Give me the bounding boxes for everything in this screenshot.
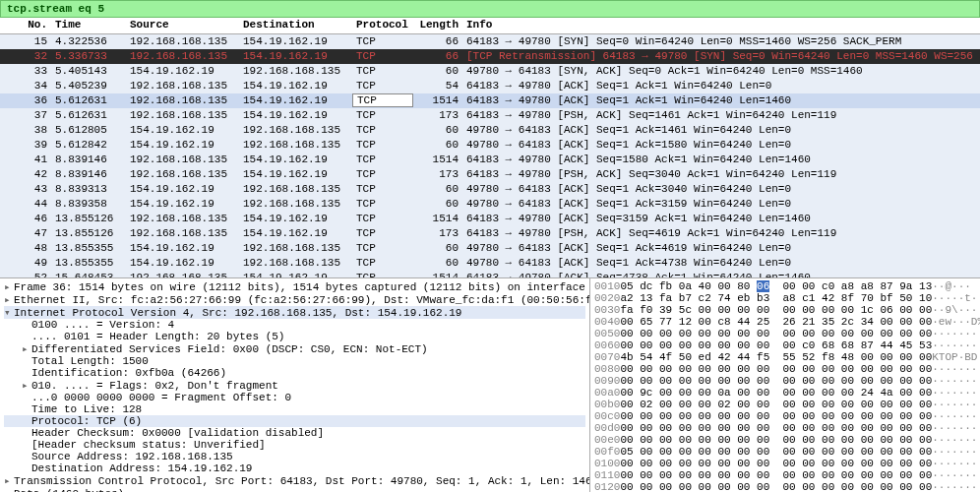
hex-offset: 0110 <box>594 469 620 481</box>
packet-row[interactable]: 345.405239192.168.168.135154.19.162.19TC… <box>0 79 980 93</box>
hex-row[interactable]: 00d000 00 00 00 00 00 00 00 00 00 00 00 … <box>594 422 976 434</box>
hex-row[interactable]: 00b000 02 00 00 00 02 00 00 00 00 00 00 … <box>594 399 976 410</box>
packet-row[interactable]: 325.336733192.168.168.135154.19.162.19TC… <box>0 49 980 64</box>
packet-row[interactable]: 335.405143154.19.162.19192.168.168.135TC… <box>0 64 980 79</box>
packet-row[interactable]: 385.612805154.19.162.19192.168.168.135TC… <box>0 123 980 138</box>
packet-row[interactable]: 438.839313154.19.162.19192.168.168.135TC… <box>0 182 980 197</box>
col-header-len[interactable]: Length <box>413 18 462 33</box>
hex-ascii: ········ ········ <box>932 434 980 446</box>
hex-row[interactable]: 009000 00 00 00 00 00 00 00 00 00 00 00 … <box>594 375 976 387</box>
packet-list-pane[interactable]: No. Time Source Destination Protocol Len… <box>0 18 980 278</box>
cell-src: 192.168.168.135 <box>126 108 239 123</box>
hex-row[interactable]: 00c000 00 00 00 00 00 00 00 00 00 00 00 … <box>594 410 976 422</box>
tree-toggle-icon[interactable]: ▸ <box>4 474 14 487</box>
detail-line[interactable]: ▸Frame 36: 1514 bytes on wire (12112 bit… <box>4 280 585 293</box>
col-header-time[interactable]: Time <box>51 18 126 33</box>
detail-line[interactable]: 0100 .... = Version: 4 <box>4 319 585 331</box>
tree-toggle-icon[interactable]: ▸ <box>4 293 14 306</box>
hex-ascii: ········ ········ <box>932 481 980 492</box>
cell-no: 49 <box>0 256 51 271</box>
packet-bytes-pane[interactable]: 001005 dc fb 0a 40 00 80 06 00 00 c0 a8 … <box>590 278 980 492</box>
col-header-no[interactable]: No. <box>0 18 51 33</box>
packet-row[interactable]: 418.839146192.168.168.135154.19.162.19TC… <box>0 153 980 167</box>
packet-row[interactable]: 448.839358154.19.162.19192.168.168.135TC… <box>0 197 980 212</box>
hex-row[interactable]: 00f005 00 00 00 00 00 00 00 00 00 00 00 … <box>594 446 976 458</box>
packet-row[interactable]: 365.612631192.168.168.135154.19.162.19TC… <box>0 93 980 108</box>
detail-line[interactable]: Time to Live: 128 <box>4 403 585 415</box>
detail-text: Internet Protocol Version 4, Src: 192.16… <box>14 307 461 319</box>
hex-bytes: 05 dc fb 0a 40 00 80 06 00 00 c0 a8 a8 8… <box>620 280 932 292</box>
cell-proto: TCP <box>352 212 413 226</box>
packet-row[interactable]: 5215.648453192.168.168.135154.19.162.19T… <box>0 271 980 277</box>
packet-row[interactable]: 4713.855126192.168.168.135154.19.162.19T… <box>0 226 980 241</box>
detail-line[interactable]: Source Address: 192.168.168.135 <box>4 451 585 462</box>
cell-time: 8.839146 <box>51 153 126 167</box>
hex-ascii: ········ ········ <box>932 410 980 422</box>
hex-offset: 0060 <box>594 339 620 351</box>
detail-line[interactable]: [Header checksum status: Unverified] <box>4 439 585 451</box>
detail-line[interactable]: Destination Address: 154.19.162.19 <box>4 462 585 474</box>
hex-row[interactable]: 00704b 54 4f 50 ed 42 44 f5 55 52 f8 48 … <box>594 351 976 363</box>
cell-time: 4.322536 <box>51 34 126 49</box>
cell-len: 54 <box>413 79 462 93</box>
display-filter-bar[interactable]: tcp.stream eq 5 <box>0 0 980 18</box>
hex-ascii: ········ ··hh·DES <box>932 339 980 351</box>
hex-row[interactable]: 005000 00 00 00 00 00 00 00 00 00 00 00 … <box>594 328 976 339</box>
detail-line[interactable]: ▸Differentiated Services Field: 0x00 (DS… <box>4 342 585 355</box>
hex-row[interactable]: 00a000 9c 00 00 00 0a 00 00 00 00 00 00 … <box>594 387 976 399</box>
packet-row[interactable]: 375.612631192.168.168.135154.19.162.19TC… <box>0 108 980 123</box>
detail-line[interactable]: ▸010. .... = Flags: 0x2, Don't fragment <box>4 379 585 392</box>
packet-row[interactable]: 4913.855355154.19.162.19192.168.168.135T… <box>0 256 980 271</box>
detail-line[interactable]: ▾Internet Protocol Version 4, Src: 192.1… <box>4 306 585 319</box>
col-header-src[interactable]: Source <box>126 18 239 33</box>
packet-details-pane[interactable]: ▸Frame 36: 1514 bytes on wire (12112 bit… <box>0 278 590 492</box>
tree-toggle-icon[interactable]: ▸ <box>4 280 14 293</box>
hex-ascii: ········ ········ <box>932 375 980 387</box>
packet-row[interactable]: 4613.855126192.168.168.135154.19.162.19T… <box>0 212 980 226</box>
packet-row[interactable]: 4813.855355154.19.162.19192.168.168.135T… <box>0 241 980 256</box>
packet-list-header[interactable]: No. Time Source Destination Protocol Len… <box>0 18 980 34</box>
tree-toggle-icon[interactable]: ▸ <box>22 379 31 392</box>
packet-row[interactable]: 428.839146192.168.168.135154.19.162.19TC… <box>0 167 980 182</box>
cell-no: 48 <box>0 241 51 256</box>
cell-no: 44 <box>0 197 51 212</box>
detail-text: 010. .... = Flags: 0x2, Don't fragment <box>31 380 278 392</box>
cell-proto: TCP <box>352 226 413 241</box>
hex-row[interactable]: 006000 00 00 00 00 00 00 00 00 c0 68 68 … <box>594 339 976 351</box>
hex-bytes: 4b 54 4f 50 ed 42 44 f5 55 52 f8 48 00 0… <box>620 351 932 363</box>
detail-line[interactable]: Protocol: TCP (6) <box>4 415 585 427</box>
detail-line[interactable]: Total Length: 1500 <box>4 355 585 367</box>
hex-row[interactable]: 010000 00 00 00 00 00 00 00 00 00 00 00 … <box>594 458 976 469</box>
cell-src: 192.168.168.135 <box>126 49 239 64</box>
hex-ascii: ········ ········ <box>932 399 980 410</box>
tree-toggle-icon[interactable]: ▸ <box>22 342 31 355</box>
hex-bytes: 00 00 00 00 00 00 00 00 00 00 00 00 00 0… <box>620 375 932 387</box>
hex-row[interactable]: 001005 dc fb 0a 40 00 80 06 00 00 c0 a8 … <box>594 280 976 292</box>
hex-row[interactable]: 0020a2 13 fa b7 c2 74 eb b3 a8 c1 42 8f … <box>594 292 976 304</box>
col-header-dst[interactable]: Destination <box>239 18 352 33</box>
packet-row[interactable]: 395.612842154.19.162.19192.168.168.135TC… <box>0 138 980 153</box>
hex-row[interactable]: 008000 00 00 00 00 00 00 00 00 00 00 00 … <box>594 363 976 375</box>
col-header-proto[interactable]: Protocol <box>352 18 413 33</box>
tree-toggle-icon[interactable]: ▾ <box>4 487 14 492</box>
col-header-info[interactable]: Info <box>462 18 980 33</box>
cell-len: 173 <box>413 167 462 182</box>
packet-row[interactable]: 154.322536192.168.168.135154.19.162.19TC… <box>0 34 980 49</box>
hex-row[interactable]: 0030fa f0 39 5c 00 00 00 00 00 00 00 00 … <box>594 304 976 316</box>
cell-info: 49780 → 64183 [ACK] Seq=1 Ack=3159 Win=6… <box>462 197 980 212</box>
hex-row[interactable]: 00e000 00 00 00 00 00 00 00 00 00 00 00 … <box>594 434 976 446</box>
hex-row[interactable]: 011000 00 00 00 00 00 00 00 00 00 00 00 … <box>594 469 976 481</box>
hex-row[interactable]: 012000 00 00 00 00 00 00 00 00 00 00 00 … <box>594 481 976 492</box>
detail-line[interactable]: .... 0101 = Header Length: 20 bytes (5) <box>4 331 585 342</box>
detail-line[interactable]: Identification: 0xfb0a (64266) <box>4 367 585 379</box>
hex-row[interactable]: 004000 65 77 12 00 c8 44 25 26 21 35 2c … <box>594 316 976 328</box>
tree-toggle-icon[interactable]: ▾ <box>4 306 14 319</box>
detail-line[interactable]: ▸Transmission Control Protocol, Src Port… <box>4 474 585 487</box>
packet-list-body[interactable]: 154.322536192.168.168.135154.19.162.19TC… <box>0 34 980 277</box>
cell-time: 8.839313 <box>51 182 126 197</box>
detail-line[interactable]: ▾Data (1460 bytes) <box>4 487 585 492</box>
detail-line[interactable]: Header Checksum: 0x0000 [validation disa… <box>4 427 585 439</box>
detail-line[interactable]: ▸Ethernet II, Src: fc:a2:56:27:66:99 (fc… <box>4 293 585 306</box>
detail-line[interactable]: ...0 0000 0000 0000 = Fragment Offset: 0 <box>4 392 585 403</box>
hex-bytes: 05 00 00 00 00 00 00 00 00 00 00 00 00 0… <box>620 446 932 458</box>
